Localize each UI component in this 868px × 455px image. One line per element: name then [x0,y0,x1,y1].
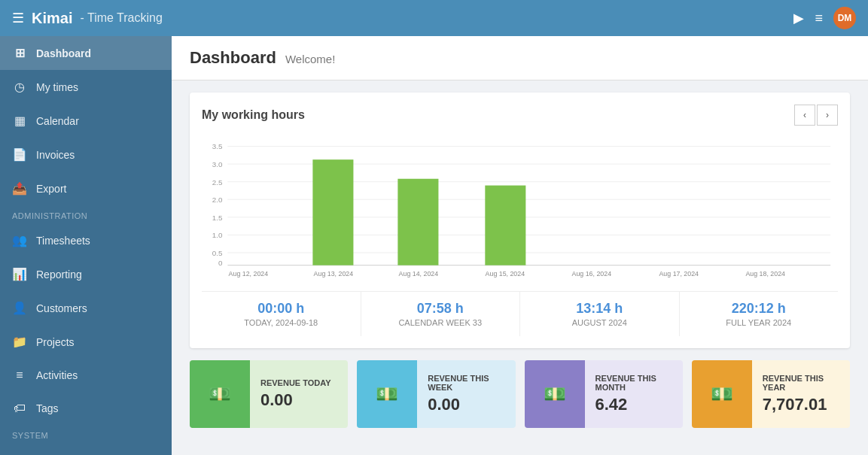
main-content: Dashboard Welcome! My working hours ‹ › [172,36,868,455]
svg-text:3.5: 3.5 [212,142,223,150]
sidebar-item-calendar[interactable]: ▦ Calendar [0,104,172,138]
avatar[interactable]: DM [833,7,856,29]
revenue-icon-year: 💵 [692,360,752,428]
stat-label-week: CALENDAR WEEK 33 [373,318,508,327]
money-icon-year: 💵 [711,384,733,405]
stat-week: 07:58 h CALENDAR WEEK 33 [361,292,521,336]
svg-text:0.5: 0.5 [212,249,223,257]
svg-text:1.0: 1.0 [212,231,223,239]
money-icon-week: 💵 [376,384,398,405]
svg-text:Aug 13, 2024: Aug 13, 2024 [314,270,354,278]
sidebar-item-tags[interactable]: 🏷 Tags [0,392,172,425]
tags-icon: 🏷 [12,402,27,415]
money-icon-today: 💵 [209,384,231,405]
revenue-value-today: 0.00 [260,390,337,410]
revenue-value-week: 0.00 [428,395,504,414]
sidebar-label-invoices: Invoices [36,149,75,161]
play-icon[interactable]: ▶ [793,10,804,26]
sidebar-item-invoices[interactable]: 📄 Invoices [0,138,172,171]
sidebar-item-my-times[interactable]: ◷ My times [0,70,172,104]
sidebar-label-reporting: Reporting [36,268,82,281]
activities-icon: ≡ [12,369,27,382]
revenue-icon-month: 💵 [525,360,585,428]
page-title: Dashboard [190,48,276,68]
bar-aug15 [485,186,525,265]
dashboard-icon: ⊞ [12,46,27,60]
projects-icon: 📁 [12,335,27,349]
calendar-icon: ▦ [12,114,27,128]
svg-text:2.5: 2.5 [212,178,223,187]
svg-text:Aug 12, 2024: Aug 12, 2024 [229,270,269,278]
sidebar-label-dashboard: Dashboard [36,47,91,59]
svg-text:0: 0 [218,259,223,267]
next-arrow[interactable]: › [817,105,838,126]
content-header: Dashboard Welcome! [172,36,868,80]
svg-text:1.5: 1.5 [212,214,223,222]
bar-aug14 [397,179,438,265]
list-icon[interactable]: ≡ [815,11,823,26]
revenue-card-today: 💵 REVENUE TODAY 0.00 [190,360,348,428]
sidebar-item-customers[interactable]: 👤 Customers [0,291,172,325]
revenue-info-month: REVENUE THIS MONTH 6.42 [585,360,683,428]
timesheets-icon: 👥 [12,233,27,247]
revenue-row: 💵 REVENUE TODAY 0.00 💵 REVENUE THIS WEEK… [190,360,850,428]
revenue-icon-week: 💵 [357,360,417,428]
stats-row: 00:00 h TODAY, 2024-09-18 07:58 h CALEND… [202,291,838,336]
sidebar-item-dashboard[interactable]: ⊞ Dashboard [0,36,172,70]
content-body: My working hours ‹ › 3.5 3.0 2.5 2.0 1.5 [172,80,868,440]
chart-container: 3.5 3.0 2.5 2.0 1.5 1.0 0.5 0 [202,135,838,285]
card-header: My working hours ‹ › [202,105,838,126]
svg-text:Aug 17, 2024: Aug 17, 2024 [659,270,699,278]
stat-value-week: 07:58 h [373,301,508,317]
admin-section-label: Administration [0,205,172,223]
menu-icon[interactable]: ☰ [12,10,24,26]
revenue-info-week: REVENUE THIS WEEK 0.00 [417,360,515,428]
sidebar-label-my-times: My times [36,81,78,93]
revenue-label-week: REVENUE THIS WEEK [428,374,504,392]
stat-august: 13:14 h AUGUST 2024 [520,292,680,336]
stat-value-august: 13:14 h [532,301,667,317]
app-name: Kimai [32,10,72,27]
sidebar-label-export: Export [36,183,66,195]
prev-arrow[interactable]: ‹ [794,105,815,126]
revenue-label-today: REVENUE TODAY [260,378,337,387]
sidebar-item-export[interactable]: 📤 Export [0,171,172,205]
main-layout: ⊞ Dashboard ◷ My times ▦ Calendar 📄 Invo… [0,36,868,455]
top-header: ☰ Kimai - Time Tracking ▶ ≡ DM [0,0,868,36]
sidebar-label-activities: Activities [36,369,78,381]
stat-label-august: AUGUST 2024 [532,318,667,327]
svg-text:Aug 16, 2024: Aug 16, 2024 [572,270,612,278]
system-section-label: System [0,425,172,443]
reporting-icon: 📊 [12,267,27,281]
svg-text:Aug 14, 2024: Aug 14, 2024 [399,270,439,278]
sidebar-item-projects[interactable]: 📁 Projects [0,325,172,359]
svg-text:Aug 15, 2024: Aug 15, 2024 [486,270,525,278]
sidebar-item-reporting[interactable]: 📊 Reporting [0,257,172,291]
header-left: ☰ Kimai - Time Tracking [12,10,163,27]
svg-text:3.0: 3.0 [212,160,223,168]
sidebar-label-timesheets: Timesheets [36,235,90,247]
svg-text:2.0: 2.0 [212,196,223,204]
bar-chart: 3.5 3.0 2.5 2.0 1.5 1.0 0.5 0 [202,135,838,285]
sidebar-item-timesheets[interactable]: 👥 Timesheets [0,223,172,257]
app-subtitle: - Time Tracking [80,11,162,25]
stat-label-today: TODAY, 2024-09-18 [214,318,349,327]
revenue-label-year: REVENUE THIS YEAR [763,374,839,392]
revenue-info-year: REVENUE THIS YEAR 7,707.01 [752,360,850,428]
revenue-info-today: REVENUE TODAY 0.00 [250,360,348,428]
sidebar-item-activities[interactable]: ≡ Activities [0,359,172,392]
stat-value-year: 220:12 h [692,301,827,317]
nav-arrows: ‹ › [794,105,838,126]
stat-value-today: 00:00 h [214,301,349,317]
header-right: ▶ ≡ DM [793,7,856,29]
stat-label-year: FULL YEAR 2024 [692,318,827,327]
money-icon-month: 💵 [544,384,566,405]
sidebar-label-projects: Projects [36,336,75,348]
welcome-text: Welcome! [285,53,335,65]
revenue-value-month: 6.42 [595,395,672,414]
sidebar: ⊞ Dashboard ◷ My times ▦ Calendar 📄 Invo… [0,36,172,455]
revenue-card-week: 💵 REVENUE THIS WEEK 0.00 [357,360,515,428]
customers-icon: 👤 [12,301,27,315]
revenue-card-year: 💵 REVENUE THIS YEAR 7,707.01 [692,360,850,428]
svg-text:Aug 18, 2024: Aug 18, 2024 [745,270,785,278]
